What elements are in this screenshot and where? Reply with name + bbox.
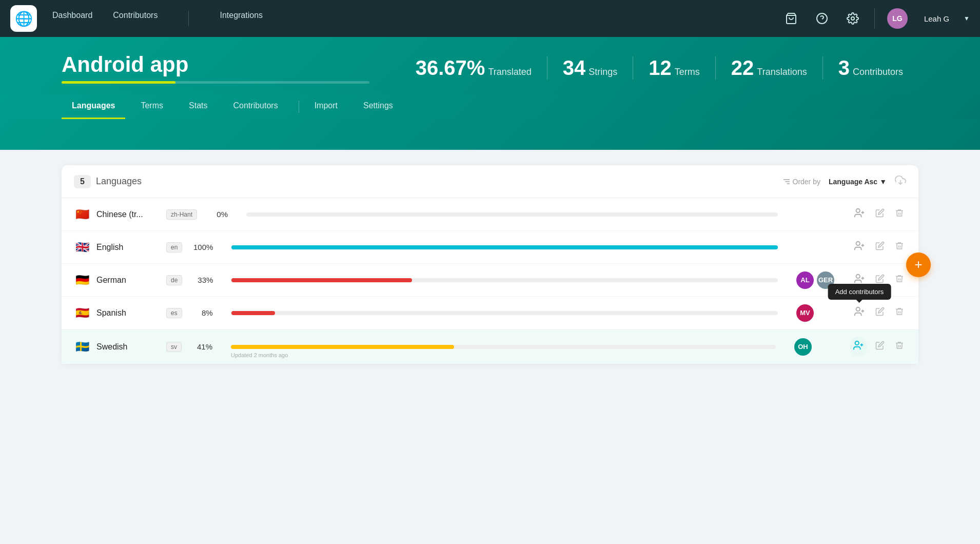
progress-fill-english <box>231 245 778 249</box>
subnav-languages[interactable]: Languages <box>62 94 125 119</box>
stat-contributors: 3 Contributors <box>823 56 918 80</box>
delete-german[interactable] <box>893 272 906 288</box>
hero-section: Android app 36.67% Translated 34 Strings… <box>0 37 980 150</box>
svg-point-11 <box>856 242 860 245</box>
delete-english[interactable] <box>893 239 906 255</box>
lang-count-badge: 5 <box>74 175 91 188</box>
topnav-right-divider <box>874 8 875 29</box>
actions-spanish: Add contributors <box>852 304 906 322</box>
lang-updated-swedish: Updated 2 months ago <box>231 352 288 358</box>
stat-strings-num: 34 <box>563 56 586 80</box>
lang-name-spanish: Spanish <box>96 308 163 318</box>
add-contributor-swedish[interactable] <box>850 337 867 357</box>
user-name: Leah G <box>924 14 949 23</box>
add-contributor-spanish[interactable]: Add contributors <box>852 304 867 322</box>
svg-point-17 <box>856 307 860 311</box>
subnav-stats[interactable]: Stats <box>179 94 218 119</box>
project-title: Android app <box>62 52 369 77</box>
lang-name-german: German <box>96 276 163 285</box>
contributor-GER: GER <box>817 271 834 289</box>
delete-swedish[interactable] <box>893 339 906 355</box>
lang-code-english: en <box>166 242 182 252</box>
hero-progress-bar-fill <box>62 81 175 84</box>
lang-code-swedish: sv <box>166 342 182 352</box>
stat-strings-label: Strings <box>589 67 617 77</box>
settings-icon[interactable] <box>844 9 862 28</box>
subnav-settings[interactable]: Settings <box>353 94 403 119</box>
topnav: 🌐 Dashboard Contributors Integrations LG… <box>0 0 980 37</box>
actions-swedish <box>850 337 906 357</box>
lang-pct-spanish: 8% <box>182 308 213 317</box>
table-row: 🇩🇪 German de 33% AL GER <box>62 264 918 297</box>
export-icon[interactable] <box>895 174 906 188</box>
lang-name-chinese: Chinese (tr... <box>96 210 163 219</box>
lang-pct-chinese: 0% <box>197 210 228 219</box>
nav-contributors[interactable]: Contributors <box>113 11 158 26</box>
lang-code-german: de <box>166 275 182 285</box>
cart-icon[interactable] <box>782 9 800 28</box>
help-icon[interactable] <box>813 9 831 28</box>
add-contributor-chinese[interactable] <box>852 205 867 223</box>
edit-english[interactable] <box>873 239 887 255</box>
subnav-terms[interactable]: Terms <box>130 94 173 119</box>
order-by-label: Order by <box>782 178 820 186</box>
lang-code-spanish: es <box>166 308 182 318</box>
edit-swedish[interactable] <box>873 339 887 355</box>
progress-bar-german <box>231 278 778 282</box>
hero-progress-bar-bg <box>62 81 369 84</box>
app-logo: 🌐 <box>10 5 37 32</box>
progress-bar-spanish <box>231 311 778 315</box>
lang-name-swedish: Swedish <box>96 342 163 352</box>
subnav: Languages Terms Stats Contributors Impor… <box>0 94 980 119</box>
svg-point-14 <box>856 275 860 278</box>
table-row: 🇸🇪 Swedish sv 41% Updated 2 months ago O… <box>62 329 918 364</box>
lang-pct-swedish: 41% <box>182 342 212 351</box>
nav-divider <box>188 11 189 26</box>
svg-point-3 <box>851 17 854 20</box>
subnav-contributors[interactable]: Contributors <box>223 94 288 119</box>
flag-chinese: 🇨🇳 <box>74 208 90 221</box>
user-dropdown-icon[interactable]: ▼ <box>964 15 970 22</box>
stat-terms: 12 Terms <box>633 56 716 80</box>
subnav-import[interactable]: Import <box>304 94 348 119</box>
order-by-select[interactable]: Language Asc ▼ <box>829 178 887 186</box>
progress-bar-swedish: Updated 2 months ago <box>231 345 776 349</box>
table-row: 🇪🇸 Spanish es 8% MV Add contributors <box>62 297 918 329</box>
nav-dashboard[interactable]: Dashboard <box>52 11 92 26</box>
nav-links: Dashboard Contributors Integrations <box>52 11 782 26</box>
delete-spanish[interactable] <box>893 305 906 321</box>
main-content: 5 Languages Order by Language Asc ▼ + <box>0 150 980 458</box>
stat-terms-num: 12 <box>649 56 672 80</box>
table-row: 🇨🇳 Chinese (tr... zh-Hant 0% <box>62 198 918 231</box>
avatar: LG <box>887 8 908 29</box>
lang-pct-german: 33% <box>182 276 213 284</box>
nav-integrations[interactable]: Integrations <box>220 11 263 26</box>
card-header: 5 Languages Order by Language Asc ▼ + <box>62 165 918 198</box>
svg-point-8 <box>856 209 860 212</box>
hero-stats: 36.67% Translated 34 Strings 12 Terms 22… <box>400 56 918 80</box>
add-language-button[interactable]: + <box>906 252 931 277</box>
delete-chinese[interactable] <box>893 206 906 222</box>
lang-name-english: English <box>96 243 163 252</box>
progress-fill-swedish <box>231 345 454 349</box>
add-contributor-german[interactable] <box>852 271 867 289</box>
stat-terms-label: Terms <box>675 67 700 77</box>
card-header-title: Languages <box>96 176 142 187</box>
stat-contributors-num: 3 <box>838 56 850 80</box>
actions-german <box>852 271 906 289</box>
lang-pct-english: 100% <box>182 243 213 251</box>
edit-spanish[interactable] <box>873 305 887 321</box>
edit-chinese[interactable] <box>873 206 887 222</box>
flag-english: 🇬🇧 <box>74 241 90 254</box>
stat-translations-label: Translations <box>757 67 807 77</box>
stat-translations: 22 Translations <box>716 56 823 80</box>
card-header-left: 5 Languages <box>74 175 782 188</box>
stat-contributors-label: Contributors <box>853 67 903 77</box>
progress-bar-chinese <box>246 212 778 217</box>
edit-german[interactable] <box>873 272 887 288</box>
stat-translations-num: 22 <box>731 56 754 80</box>
lang-code-chinese: zh-Hant <box>166 209 197 220</box>
stat-strings: 34 Strings <box>547 56 634 80</box>
table-row: 🇬🇧 English en 100% <box>62 231 918 264</box>
add-contributor-english[interactable] <box>852 238 867 256</box>
